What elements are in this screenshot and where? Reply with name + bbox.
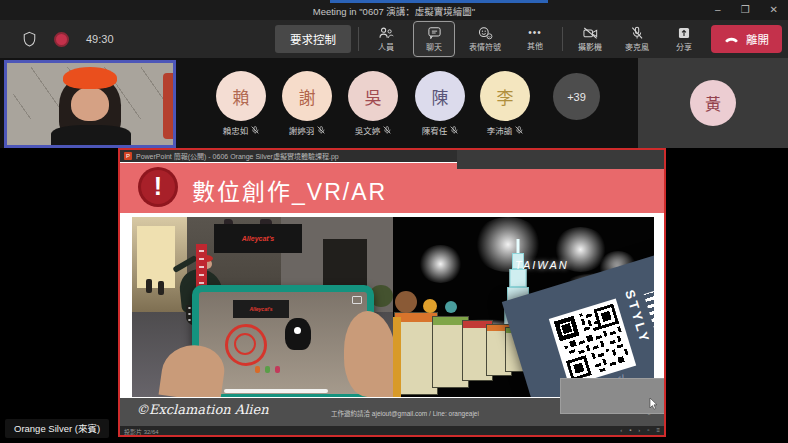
presenter-name-badge: Orange Silver (來賓) xyxy=(5,419,109,438)
avatar-initial: 黃 xyxy=(705,91,721,115)
toolbar-divider xyxy=(358,27,359,51)
footer-contact: 工作邀約請洽 ajeiout@gmail.com / Line: orangea… xyxy=(270,408,540,418)
self-video-tile[interactable] xyxy=(4,60,176,148)
taiwan-sky-text: TAIWAN xyxy=(515,259,569,271)
window-titlebar: Meeting in "0607 演講：虛擬實境繪圖" – ❐ ✕ xyxy=(0,0,788,20)
mic-muted-icon xyxy=(317,126,325,134)
chat-label: 聊天 xyxy=(426,41,442,52)
tablet-camera-icon xyxy=(352,296,362,304)
ar-red-doodle-circle xyxy=(225,324,267,366)
scene-character xyxy=(423,299,437,313)
prev-slide-icon[interactable]: ‹ xyxy=(620,427,622,433)
market-stall xyxy=(395,313,437,394)
mouse-cursor xyxy=(649,397,658,410)
close-button[interactable]: ✕ xyxy=(770,2,778,18)
slide-title: 數位創作_VR/AR xyxy=(192,173,387,207)
overflow-participants-badge[interactable]: +39 xyxy=(553,73,600,120)
next-slide-icon[interactable]: › xyxy=(638,427,640,433)
spotlight-video-tile[interactable]: 黃 xyxy=(638,58,788,148)
menu-icon[interactable]: ≡ xyxy=(656,427,660,433)
avatar-initial: 謝 xyxy=(299,84,316,109)
toolbar-right-group: 要求控制 人員 聊天 表情符號 ••• xyxy=(275,20,782,58)
people-label: 人員 xyxy=(378,41,394,52)
chat-icon xyxy=(427,26,442,40)
gray-overlay-box xyxy=(560,378,666,414)
share-icon xyxy=(677,26,691,40)
shared-powerpoint-window[interactable]: P PowerPoint 簡報(公開) - 0606 Orange Silver… xyxy=(118,148,666,437)
camera-button[interactable]: 攝影機 xyxy=(570,22,610,56)
participant-avatar[interactable]: 賴 xyxy=(216,71,266,121)
leave-label: 離開 xyxy=(746,31,769,47)
mic-muted-icon xyxy=(383,126,391,134)
more-icon: ••• xyxy=(528,27,542,39)
emoji-icon xyxy=(477,26,493,40)
ppt-titlebar-text: PowerPoint 簡報(公開) - 0606 Orange Silver虛擬… xyxy=(136,151,456,161)
shop-sign: Alleycat's xyxy=(214,224,302,253)
shield-icon xyxy=(22,31,37,48)
chat-button[interactable]: 聊天 xyxy=(413,21,455,57)
dark-overlay-top xyxy=(457,150,664,169)
photo-figure xyxy=(146,279,152,293)
maximize-button[interactable]: ❐ xyxy=(741,2,750,18)
ppt-nav-controls: ‹ ▪ › ▫ ≡ xyxy=(620,427,660,433)
participant-avatar[interactable]: 李 xyxy=(480,71,530,121)
phone-hangup-icon xyxy=(724,35,739,43)
participant-avatar: 黃 xyxy=(690,80,736,126)
participant-avatar[interactable]: 吳 xyxy=(348,71,398,121)
mic-muted-icon xyxy=(251,126,259,134)
avatar-initial: 陳 xyxy=(432,84,449,109)
right-hand xyxy=(344,311,393,397)
selfview-person-beret xyxy=(63,67,117,89)
share-button[interactable]: 分享 xyxy=(664,22,704,56)
slide-images: Alleycat's Alleycat's xyxy=(132,217,654,397)
toolbar-left-group: 49:30 xyxy=(22,20,114,58)
teams-meeting-window: Meeting in "0607 演講：虛擬實境繪圖" – ❐ ✕ 49:30 … xyxy=(0,0,788,443)
tablet-shop-sign: Alleycat's xyxy=(233,300,289,318)
exclamation-icon: ! xyxy=(138,167,178,207)
minimize-button[interactable]: – xyxy=(715,2,721,18)
scene-character xyxy=(445,301,457,313)
photo-figure xyxy=(158,281,164,295)
selfview-person-face xyxy=(71,87,109,121)
window-title: Meeting in "0607 演講：虛擬實境繪圖" xyxy=(0,4,788,18)
share-label: 分享 xyxy=(676,41,692,52)
people-icon xyxy=(378,26,394,40)
footer-credit: ©Exclamation Alien xyxy=(136,402,269,417)
ar-mini-figure xyxy=(255,366,260,373)
vr-scene-render: TAIWAN xyxy=(393,217,654,397)
slide-box-icon[interactable]: ▪ xyxy=(629,427,631,433)
leave-button[interactable]: 離開 xyxy=(711,25,782,53)
slide-title-banner: ! 數位創作_VR/AR xyxy=(120,163,664,213)
meeting-timer: 49:30 xyxy=(86,33,114,45)
more-label: 其他 xyxy=(527,40,543,51)
shared-screen-area: P PowerPoint 簡報(公開) - 0606 Orange Silver… xyxy=(0,148,788,443)
more-button[interactable]: ••• 其他 xyxy=(515,22,555,56)
toolbar-divider xyxy=(562,27,563,51)
ar-street-photo: Alleycat's Alleycat's xyxy=(132,217,393,397)
participant-avatar[interactable]: 謝 xyxy=(282,71,332,121)
participant-avatar[interactable]: 陳 xyxy=(415,71,465,121)
participants-stage: 賴 謝 吳 陳 李 賴忠如 謝婷羽 吳文婷 陳宥任 xyxy=(0,58,788,148)
reactions-button[interactable]: 表情符號 xyxy=(462,22,508,56)
selfview-chair xyxy=(163,73,173,139)
reactions-label: 表情符號 xyxy=(469,41,501,52)
stylus-pencil xyxy=(224,389,328,393)
window-controls: – ❐ ✕ xyxy=(715,2,778,18)
ar-mini-figure xyxy=(265,366,270,373)
accent-strip xyxy=(330,0,548,3)
mic-off-icon xyxy=(630,26,644,40)
request-control-button[interactable]: 要求控制 xyxy=(275,25,351,53)
selfview-person-body xyxy=(51,125,131,147)
ar-mini-figure xyxy=(275,366,280,373)
powerpoint-icon: P xyxy=(124,152,132,160)
people-button[interactable]: 人員 xyxy=(366,22,406,56)
mic-button[interactable]: 麥克風 xyxy=(617,22,657,56)
avatar-initial: 李 xyxy=(497,84,514,109)
camera-off-icon xyxy=(582,26,599,40)
scene-character xyxy=(395,291,417,313)
recording-indicator-icon xyxy=(54,32,69,47)
participant-name: 李沛諭 xyxy=(463,124,547,136)
avatar-initial: 吳 xyxy=(365,84,382,109)
foreground-strip xyxy=(393,317,401,397)
view-icon[interactable]: ▫ xyxy=(647,427,649,433)
